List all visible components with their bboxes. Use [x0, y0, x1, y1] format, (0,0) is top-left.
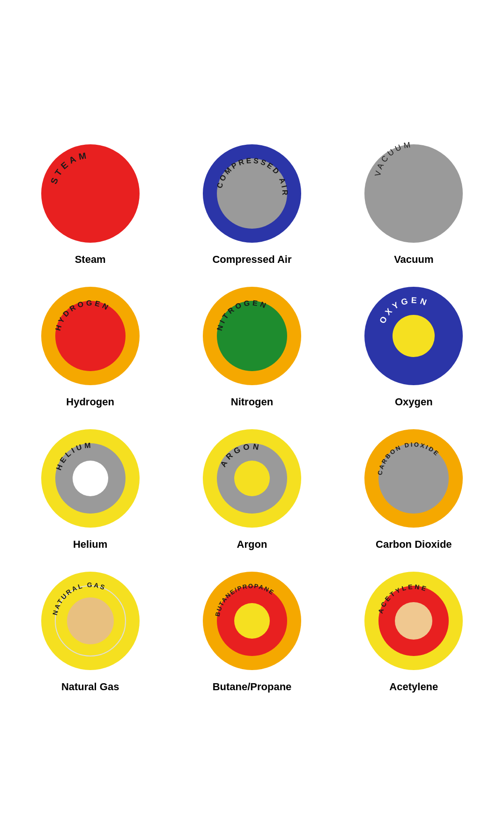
oxygen-icon: OXYGEN — [362, 284, 465, 388]
steam-label: Steam — [75, 253, 106, 266]
compressed-air-cell: COMPRESSED AIR Compressed Air — [176, 142, 328, 266]
svg-point-14 — [393, 315, 435, 357]
oxygen-cell: OXYGEN Oxygen — [338, 284, 490, 408]
natural-gas-icon: NATURAL GAS — [39, 569, 142, 672]
svg-point-18 — [73, 461, 108, 496]
carbon-dioxide-label: Carbon Dioxide — [376, 538, 452, 551]
acetylene-icon: ACETYLENE — [362, 569, 465, 672]
svg-point-0 — [41, 144, 140, 243]
butane-propane-icon: BUTANE/PROPANE — [200, 569, 304, 672]
gas-grid: STEAM Steam COMPRESSED AIR Compressed Ai… — [0, 123, 504, 712]
natural-gas-label: Natural Gas — [61, 681, 119, 693]
compressed-air-icon: COMPRESSED AIR — [200, 142, 304, 245]
helium-cell: HELIUM Helium — [14, 427, 166, 551]
vacuum-label: Vacuum — [394, 253, 433, 266]
natural-gas-cell: NATURAL GAS Natural Gas — [14, 569, 166, 693]
carbon-dioxide-cell: CARBON DIOXIDE Carbon Dioxide — [338, 427, 490, 551]
acetylene-cell: ACETYLENE Acetylene — [338, 569, 490, 693]
butane-propane-cell: BUTANE/PROPANE Butane/Propane — [176, 569, 328, 693]
nitrogen-label: Nitrogen — [231, 396, 273, 408]
carbon-dioxide-icon: CARBON DIOXIDE — [362, 427, 465, 530]
hydrogen-label: Hydrogen — [66, 396, 114, 408]
svg-point-22 — [234, 461, 270, 496]
oxygen-label: Oxygen — [395, 396, 433, 408]
svg-point-33 — [234, 603, 270, 639]
nitrogen-icon: NITROGEN — [200, 284, 304, 388]
vacuum-icon: VACUUM — [362, 142, 465, 245]
svg-point-5 — [364, 144, 463, 243]
nitrogen-cell: NITROGEN Nitrogen — [176, 284, 328, 408]
hydrogen-cell: HYDROGEN Hydrogen — [14, 284, 166, 408]
hydrogen-icon: HYDROGEN — [39, 284, 142, 388]
argon-icon: ARGON — [200, 427, 304, 530]
argon-cell: ARGON Argon — [176, 427, 328, 551]
argon-label: Argon — [237, 538, 267, 551]
svg-point-37 — [395, 602, 432, 640]
steam-cell: STEAM Steam — [14, 142, 166, 266]
butane-propane-label: Butane/Propane — [213, 681, 292, 693]
svg-point-29 — [67, 597, 114, 644]
acetylene-label: Acetylene — [389, 681, 438, 693]
steam-icon: STEAM — [39, 142, 142, 245]
helium-icon: HELIUM — [39, 427, 142, 530]
vacuum-cell: VACUUM Vacuum — [338, 142, 490, 266]
helium-label: Helium — [73, 538, 107, 551]
compressed-air-label: Compressed Air — [212, 253, 291, 266]
svg-point-11 — [217, 301, 287, 371]
